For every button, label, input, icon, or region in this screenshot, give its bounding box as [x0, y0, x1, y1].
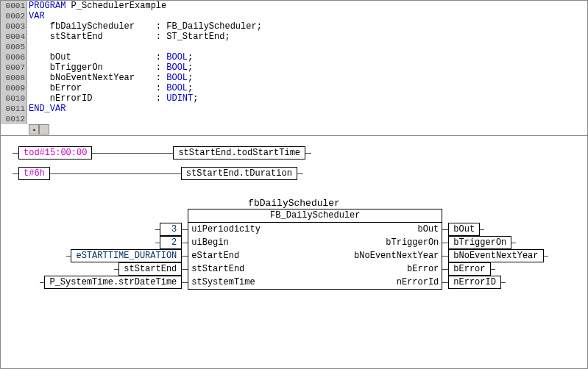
code-line: 0009 bError : BOOL;: [1, 83, 587, 93]
code-area[interactable]: 0001PROGRAM P_SchedulerExample 0002VAR 0…: [1, 1, 587, 135]
code-line: 0007 bTriggerOn : BOOL;: [1, 62, 587, 73]
cfc-diagram-pane[interactable]: tod#15:00:00 stStartEnd.todStartTime t#6…: [1, 136, 587, 300]
input-literal[interactable]: eSTARTTIME_DURATION: [71, 249, 182, 262]
output-variable[interactable]: bNoEventNextYear: [448, 249, 543, 262]
fb-input-port: stSystemTime: [188, 276, 315, 289]
target-box[interactable]: stStartEnd.tDuration: [181, 167, 297, 180]
literal-box[interactable]: tod#15:00:00: [18, 146, 92, 160]
fb-input-port: uiPeriodicity: [188, 223, 315, 236]
fb-body[interactable]: FB_DailyScheduler uiPeriodicity uiBegin …: [188, 209, 442, 290]
code-line: 0004 stStartEnd : ST_StartEnd;: [1, 32, 587, 42]
output-variable[interactable]: bError: [448, 262, 490, 276]
literal-box[interactable]: t#6h: [18, 167, 50, 180]
code-line: 0012: [1, 114, 587, 124]
fb-output-port: bOut: [315, 223, 442, 236]
code-line: 0010 nErrorID : UDINT;: [1, 93, 587, 104]
output-variable[interactable]: bTriggerOn: [448, 236, 511, 249]
fb-input-port: eStartEnd: [188, 249, 315, 262]
input-literal[interactable]: 3: [160, 223, 182, 236]
code-line: 0002VAR: [1, 11, 587, 21]
fb-input-port: stStartEnd: [188, 262, 315, 276]
scroll-left-icon[interactable]: ◂: [29, 124, 39, 135]
assignment-row: tod#15:00:00 stStartEnd.todStartTime: [13, 146, 575, 160]
output-variable[interactable]: bOut: [448, 223, 480, 236]
scroll-thumb[interactable]: [39, 124, 49, 135]
fb-instance-name: fbDailyScheduler: [13, 198, 575, 209]
editor-pane: 0001PROGRAM P_SchedulerExample 0002VAR 0…: [1, 1, 587, 136]
line-gutter: 0001: [1, 1, 27, 11]
assignment-row: t#6h stStartEnd.tDuration: [13, 167, 575, 180]
target-box[interactable]: stStartEnd.todStartTime: [173, 146, 305, 160]
horizontal-scrollbar[interactable]: ◂: [29, 124, 587, 135]
fb-input-externals: 3 2 eSTARTTIME_DURATION stStartEnd P_Sys…: [40, 209, 188, 289]
input-literal[interactable]: 2: [160, 236, 182, 249]
fb-output-port: bError: [315, 262, 442, 276]
function-block-call: fbDailyScheduler 3 2 eSTARTTIME_DURATION…: [13, 198, 575, 290]
fb-output-port: nErrorId: [315, 276, 442, 289]
code-line: 0006 bOut : BOOL;: [1, 52, 587, 62]
code-line: 0008 bNoEventNextYear : BOOL;: [1, 73, 587, 83]
fb-type-name: FB_DailyScheduler: [188, 209, 442, 223]
fb-output-port: bTriggerOn: [315, 236, 442, 249]
input-variable[interactable]: P_SystemTime.strDateTime: [44, 276, 182, 289]
fb-input-port: uiBegin: [188, 236, 315, 249]
input-variable[interactable]: stStartEnd: [118, 262, 182, 276]
code-line: 0011END_VAR: [1, 104, 587, 114]
code-line: 0003 fbDailyScheduler : FB_DailySchedule…: [1, 21, 587, 32]
code-line: 0001PROGRAM P_SchedulerExample: [1, 1, 587, 11]
fb-output-port: bNoEventNextYear: [315, 249, 442, 262]
code-line: 0005: [1, 42, 587, 52]
output-variable[interactable]: nErrorID: [448, 276, 501, 289]
fb-output-externals: bOut bTriggerOn bNoEventNextYear bError …: [442, 209, 548, 289]
